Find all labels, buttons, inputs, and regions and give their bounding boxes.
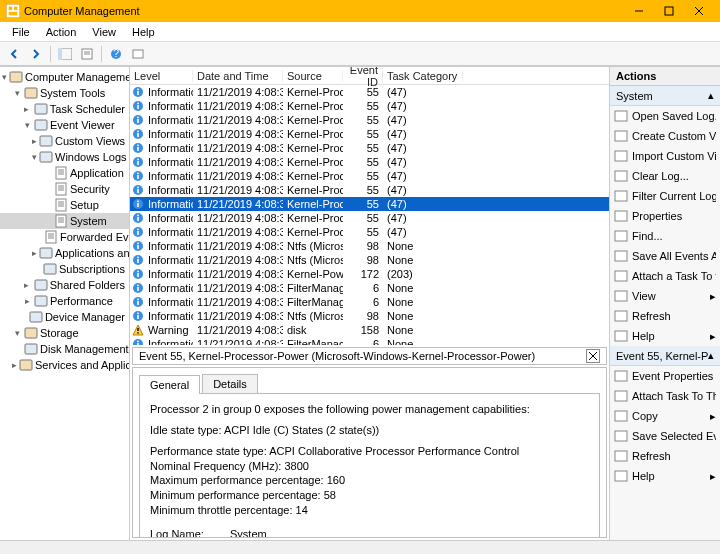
tree-storage[interactable]: ▾Storage xyxy=(0,325,129,341)
tree-windows-logs[interactable]: ▾Windows Logs xyxy=(0,149,129,165)
tree-root[interactable]: ▾Computer Management (Local) xyxy=(0,69,129,85)
tree-log-setup[interactable]: Setup xyxy=(0,197,129,213)
forward-button[interactable] xyxy=(26,45,46,63)
action-item[interactable]: Open Saved Log... xyxy=(610,106,720,126)
properties-button[interactable] xyxy=(77,45,97,63)
twisty-icon[interactable]: ▾ xyxy=(22,120,32,130)
tree-log-system[interactable]: System xyxy=(0,213,129,229)
close-button[interactable] xyxy=(684,0,714,22)
tree-disk-management[interactable]: Disk Management xyxy=(0,341,129,357)
menu-help[interactable]: Help xyxy=(124,24,163,40)
action-item[interactable]: View▸ xyxy=(610,286,720,306)
tree-log-forwarded[interactable]: Forwarded Events xyxy=(0,229,129,245)
event-row[interactable]: Warning11/21/2019 4:08:36 PMdisk158None xyxy=(130,323,609,337)
svg-rect-17 xyxy=(25,88,37,98)
toolbar-extra-button[interactable] xyxy=(128,45,148,63)
event-row[interactable]: Information11/21/2019 4:08:38 PMKernel-P… xyxy=(130,127,609,141)
tree-subscriptions[interactable]: Subscriptions xyxy=(0,261,129,277)
event-row[interactable]: Information11/21/2019 4:08:36 PMFilterMa… xyxy=(130,337,609,345)
collapse-icon[interactable]: ▴ xyxy=(708,349,714,362)
collapse-icon[interactable]: ▴ xyxy=(708,89,714,102)
tree-system-tools[interactable]: ▾System Tools xyxy=(0,85,129,101)
tab-general[interactable]: General xyxy=(139,375,200,394)
action-item[interactable]: Save Selected Events... xyxy=(610,426,720,446)
event-row[interactable]: Information11/21/2019 4:08:37 PMKernel-P… xyxy=(130,211,609,225)
svg-rect-20 xyxy=(40,136,52,146)
event-row[interactable]: Information11/21/2019 4:08:38 PMKernel-P… xyxy=(130,155,609,169)
action-item[interactable]: Filter Current Log... xyxy=(610,186,720,206)
tree-services-apps[interactable]: ▸Services and Applications xyxy=(0,357,129,373)
twisty-icon[interactable]: ▸ xyxy=(12,360,17,370)
action-item[interactable]: Clear Log... xyxy=(610,166,720,186)
tree-shared-folders[interactable]: ▸Shared Folders xyxy=(0,277,129,293)
action-item[interactable]: Attach a Task To this Log... xyxy=(610,266,720,286)
event-grid[interactable]: Information11/21/2019 4:08:38 PMKernel-P… xyxy=(130,85,609,345)
action-item[interactable]: Properties xyxy=(610,206,720,226)
twisty-icon[interactable]: ▾ xyxy=(12,328,22,338)
event-row[interactable]: Information11/21/2019 4:08:37 PMKernel-P… xyxy=(130,183,609,197)
nav-tree[interactable]: ▾Computer Management (Local)▾System Tool… xyxy=(0,67,130,540)
event-row[interactable]: Information11/21/2019 4:08:38 PMKernel-P… xyxy=(130,85,609,99)
cell-eventid: 98 xyxy=(343,240,383,252)
tree-task-scheduler[interactable]: ▸Task Scheduler xyxy=(0,101,129,117)
tree-device-manager[interactable]: Device Manager xyxy=(0,309,129,325)
cell-taskcategory: (47) xyxy=(383,86,463,98)
tree-custom-views[interactable]: ▸Custom Views xyxy=(0,133,129,149)
minimize-button[interactable] xyxy=(624,0,654,22)
bottom-scroll-strip[interactable] xyxy=(0,540,720,554)
event-row[interactable]: Information11/21/2019 4:08:37 PMNtfs (Mi… xyxy=(130,239,609,253)
action-item[interactable]: Create Custom View... xyxy=(610,126,720,146)
col-level[interactable]: Level xyxy=(130,70,193,82)
action-item[interactable]: Refresh xyxy=(610,306,720,326)
action-item[interactable]: Import Custom View... xyxy=(610,146,720,166)
event-row[interactable]: Information11/21/2019 4:08:37 PMKernel-P… xyxy=(130,225,609,239)
event-row[interactable]: Information11/21/2019 4:08:37 PMKernel-P… xyxy=(130,169,609,183)
event-row[interactable]: Information11/21/2019 4:08:36 PMNtfs (Mi… xyxy=(130,309,609,323)
event-row[interactable]: Information11/21/2019 4:08:38 PMKernel-P… xyxy=(130,141,609,155)
action-item[interactable]: Help▸ xyxy=(610,466,720,486)
titlebar: Computer Management xyxy=(0,0,720,22)
event-row[interactable]: Information11/21/2019 4:08:37 PMNtfs (Mi… xyxy=(130,253,609,267)
menu-action[interactable]: Action xyxy=(38,24,85,40)
col-source[interactable]: Source xyxy=(283,70,343,82)
action-item[interactable]: Save All Events As... xyxy=(610,246,720,266)
twisty-icon[interactable]: ▾ xyxy=(2,72,7,82)
action-item[interactable]: Refresh xyxy=(610,446,720,466)
tree-performance[interactable]: ▸Performance xyxy=(0,293,129,309)
tree-log-application[interactable]: Application xyxy=(0,165,129,181)
twisty-icon[interactable]: ▾ xyxy=(32,152,37,162)
maximize-button[interactable] xyxy=(654,0,684,22)
twisty-icon[interactable]: ▸ xyxy=(22,280,32,290)
back-button[interactable] xyxy=(4,45,24,63)
twisty-icon[interactable]: ▾ xyxy=(12,88,22,98)
tree-label: Shared Folders xyxy=(50,279,125,291)
menu-file[interactable]: File xyxy=(4,24,38,40)
event-row[interactable]: Information11/21/2019 4:08:37 PMKernel-P… xyxy=(130,267,609,281)
action-item[interactable]: Attach Task To This Eve... xyxy=(610,386,720,406)
event-row[interactable]: Information11/21/2019 4:08:38 PMKernel-P… xyxy=(130,113,609,127)
event-row[interactable]: Information11/21/2019 4:08:37 PMFilterMa… xyxy=(130,295,609,309)
event-row[interactable]: Information11/21/2019 4:08:37 PMKernel-P… xyxy=(130,197,609,211)
detail-close-button[interactable] xyxy=(586,349,600,363)
twisty-icon[interactable]: ▸ xyxy=(32,136,37,146)
action-item[interactable]: Copy▸ xyxy=(610,406,720,426)
svg-rect-1 xyxy=(9,7,13,11)
svg-rect-48 xyxy=(25,344,37,354)
tab-details[interactable]: Details xyxy=(202,374,258,393)
col-taskcategory[interactable]: Task Category xyxy=(383,70,463,82)
show-hide-tree-button[interactable] xyxy=(55,45,75,63)
action-item[interactable]: Find... xyxy=(610,226,720,246)
col-datetime[interactable]: Date and Time xyxy=(193,70,283,82)
twisty-icon[interactable]: ▸ xyxy=(22,296,32,306)
action-item[interactable]: Event Properties xyxy=(610,366,720,386)
tree-apps-services-logs[interactable]: ▸Applications and Services Logs xyxy=(0,245,129,261)
twisty-icon[interactable]: ▸ xyxy=(22,104,32,114)
twisty-icon[interactable]: ▸ xyxy=(32,248,37,258)
menu-view[interactable]: View xyxy=(84,24,124,40)
tree-event-viewer[interactable]: ▾Event Viewer xyxy=(0,117,129,133)
tree-log-security[interactable]: Security xyxy=(0,181,129,197)
event-row[interactable]: Information11/21/2019 4:08:37 PMFilterMa… xyxy=(130,281,609,295)
event-row[interactable]: Information11/21/2019 4:08:38 PMKernel-P… xyxy=(130,99,609,113)
action-item[interactable]: Help▸ xyxy=(610,326,720,346)
help-button[interactable]: ? xyxy=(106,45,126,63)
